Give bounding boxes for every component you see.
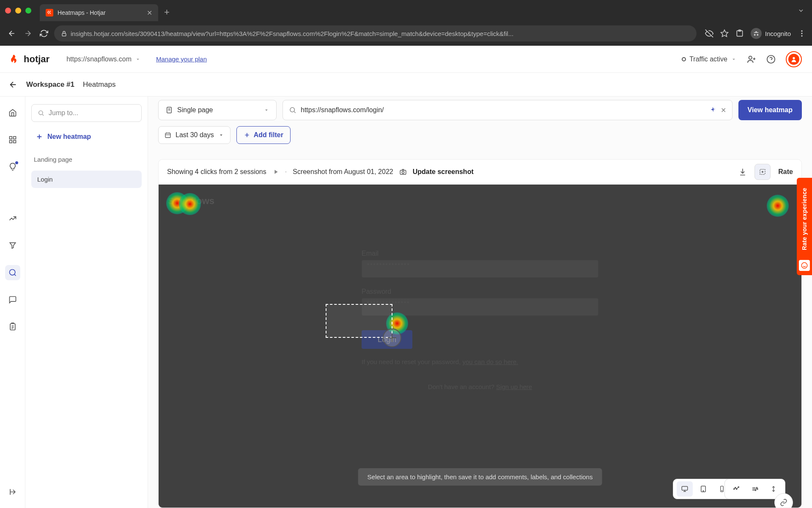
svg-point-28: [734, 489, 735, 489]
page-icon: [165, 106, 173, 114]
svg-rect-13: [9, 141, 12, 143]
notification-dot-icon: [15, 161, 18, 164]
heatmap-canvas[interactable]: Snapflows Email •••••••••••••• Password …: [158, 185, 802, 508]
svg-point-16: [39, 111, 43, 115]
tablet-device-icon[interactable]: [695, 481, 711, 497]
add-filter-button[interactable]: Add filter: [236, 126, 291, 144]
selection-rectangle[interactable]: [326, 304, 392, 338]
search-icon: [289, 106, 296, 114]
reload-icon[interactable]: [38, 29, 50, 38]
maximize-window-icon[interactable]: [25, 8, 31, 14]
jump-to-input[interactable]: Jump to...: [31, 104, 142, 122]
minimize-window-icon[interactable]: [15, 8, 21, 14]
forward-icon[interactable]: [22, 29, 34, 38]
user-icon: [788, 54, 799, 65]
lock-icon: [61, 30, 67, 37]
svg-point-29: [735, 487, 736, 488]
new-heatmap-button[interactable]: New heatmap: [31, 130, 142, 144]
extension-icon[interactable]: [735, 29, 744, 38]
svg-point-4: [801, 30, 802, 32]
url-text: insights.hotjar.com/sites/3090413/heatma…: [71, 30, 690, 37]
close-window-icon[interactable]: [5, 8, 11, 14]
back-icon[interactable]: [6, 29, 18, 38]
hotjar-logo[interactable]: hotjar: [10, 54, 49, 65]
update-screenshot-link[interactable]: Update screenshot: [413, 168, 474, 176]
sidebar-item-label: Login: [37, 176, 53, 183]
svg-rect-12: [13, 141, 16, 143]
rate-button[interactable]: Rate: [778, 168, 793, 176]
breadcrumb-bar: Workspace #1 Heatmaps: [0, 73, 812, 97]
app-body: Jump to... New heatmap Landing page Logi…: [0, 97, 812, 508]
user-avatar[interactable]: [786, 51, 802, 67]
crosshair-cursor-icon: [383, 329, 401, 347]
clear-icon[interactable]: ✕: [721, 106, 726, 114]
chevron-down-icon: [135, 56, 141, 62]
new-tab-icon[interactable]: +: [164, 7, 170, 18]
site-dropdown[interactable]: https://snapflows.com: [66, 55, 141, 63]
toolbar-row-2: Last 30 days Add filter: [158, 126, 802, 144]
tabs-dropdown-icon[interactable]: [798, 7, 804, 14]
showing-text: Showing 4 clicks from 2 sessions: [167, 168, 266, 176]
breadcrumb-workspace[interactable]: Workspace #1: [26, 80, 74, 89]
invite-user-icon[interactable]: [747, 55, 756, 64]
svg-rect-10: [9, 137, 12, 139]
page-type-dropdown[interactable]: Single page: [158, 100, 277, 120]
window-controls: [5, 8, 31, 14]
highlights-icon[interactable]: [5, 159, 20, 174]
svg-point-9: [793, 57, 795, 59]
surveys-nav-icon[interactable]: [5, 319, 20, 334]
back-arrow-icon[interactable]: [8, 80, 18, 89]
incognito-badge[interactable]: Incognito: [751, 28, 791, 39]
feedback-side-tab[interactable]: Rate your experience: [797, 178, 812, 275]
feedback-nav-icon[interactable]: [5, 292, 20, 307]
traffic-dot-icon: [682, 57, 686, 61]
site-url: https://snapflows.com: [66, 55, 132, 63]
heatmaps-nav-icon[interactable]: [5, 265, 20, 280]
svg-point-35: [801, 262, 807, 268]
screenshot-date: Screenshot from August 01, 2022: [293, 168, 393, 176]
dashboard-icon[interactable]: [5, 132, 20, 147]
play-icon[interactable]: [272, 168, 279, 175]
eye-off-icon[interactable]: [705, 29, 713, 38]
plus-icon: [36, 133, 43, 141]
browser-chrome: Heatmaps - Hotjar ✕ + insights.hotjar.co…: [0, 0, 812, 46]
desktop-device-icon[interactable]: [677, 481, 693, 497]
download-icon[interactable]: [738, 168, 747, 176]
pin-icon[interactable]: [709, 106, 716, 114]
expand-rail-icon[interactable]: [5, 484, 20, 500]
traffic-status[interactable]: Traffic active: [682, 55, 737, 63]
sidebar-group-label: Landing page: [31, 156, 142, 163]
trends-icon[interactable]: [5, 211, 20, 226]
svg-point-7: [749, 56, 752, 59]
jump-to-placeholder: Jump to...: [49, 109, 78, 117]
click-view-icon[interactable]: [728, 481, 744, 497]
url-input[interactable]: [301, 106, 705, 114]
date-range-label: Last 30 days: [176, 131, 214, 139]
sidebar-item-login[interactable]: Login: [31, 171, 142, 188]
heat-blob: [767, 195, 789, 217]
svg-rect-20: [400, 170, 406, 174]
hint-text: Select an area to highlight, then save i…: [368, 473, 593, 480]
browser-tab[interactable]: Heatmaps - Hotjar ✕: [40, 4, 158, 21]
svg-point-32: [756, 487, 757, 488]
view-heatmap-button[interactable]: View heatmap: [738, 100, 802, 120]
move-view-icon[interactable]: [747, 481, 763, 497]
calendar-icon: [165, 132, 171, 138]
svg-rect-0: [62, 33, 66, 36]
page-type-label: Single page: [177, 106, 213, 114]
date-range-dropdown[interactable]: Last 30 days: [158, 126, 230, 144]
home-icon[interactable]: [5, 105, 20, 120]
star-icon[interactable]: [720, 29, 729, 38]
plus-icon: [244, 132, 250, 138]
highlight-tool-button[interactable]: [754, 164, 771, 180]
tab-close-icon[interactable]: ✕: [147, 9, 152, 17]
toolbar-row-1: Single page ✕ View heatmap: [158, 97, 802, 120]
svg-point-21: [402, 171, 404, 174]
heat-blob: [179, 193, 201, 215]
help-icon[interactable]: [766, 55, 776, 64]
funnels-icon[interactable]: [5, 238, 20, 253]
manage-plan-link[interactable]: Manage your plan: [156, 55, 207, 63]
url-box[interactable]: insights.hotjar.com/sites/3090413/heatma…: [54, 25, 697, 41]
camera-icon: [399, 168, 407, 176]
menu-icon[interactable]: [798, 29, 806, 38]
